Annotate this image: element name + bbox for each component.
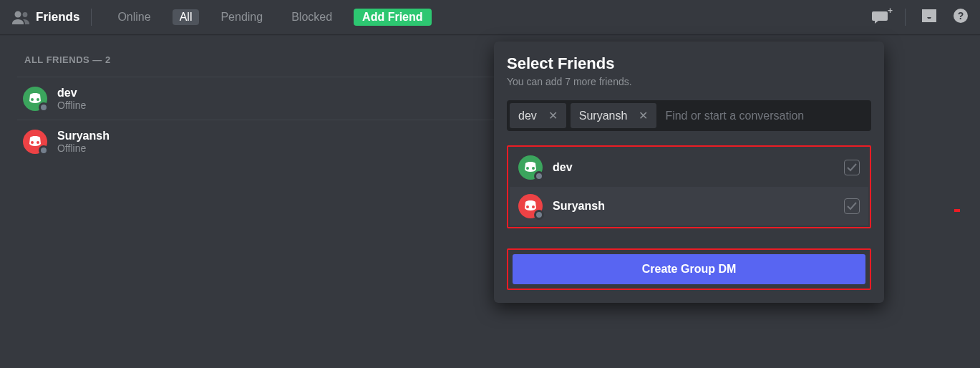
tab-blocked[interactable]: Blocked	[284, 9, 339, 25]
help-icon[interactable]: ?	[953, 8, 969, 26]
svg-text:?: ?	[958, 10, 964, 21]
friend-select-list: dev Suryansh	[507, 145, 871, 228]
friend-name: dev	[57, 86, 86, 100]
tab-pending[interactable]: Pending	[213, 9, 270, 25]
friend-name: Suryansh	[553, 200, 834, 213]
search-input[interactable]	[661, 103, 868, 128]
chip-label: Suryansh	[579, 110, 628, 122]
remove-chip-icon[interactable]: ✕	[639, 109, 648, 122]
tab-all[interactable]: All	[173, 9, 200, 25]
create-group-dm-button[interactable]: Create Group DM	[513, 254, 865, 284]
select-friends-popout: Select Friends You can add 7 more friend…	[494, 42, 884, 303]
svg-point-1	[23, 12, 28, 17]
page-title: Friends	[36, 10, 79, 24]
popout-hint: You can add 7 more friends.	[507, 76, 871, 87]
chip-label: dev	[518, 110, 537, 122]
add-friend-button[interactable]: Add Friend	[354, 9, 431, 26]
status-offline-icon	[39, 145, 49, 155]
select-checkbox[interactable]	[844, 160, 860, 175]
friend-name: dev	[553, 161, 834, 174]
friend-status: Offline	[57, 142, 110, 154]
divider	[91, 9, 92, 26]
select-checkbox[interactable]	[844, 198, 860, 214]
friend-select-row[interactable]: dev	[510, 148, 868, 187]
friend-name: Suryansh	[57, 129, 110, 142]
status-offline-icon	[534, 210, 544, 220]
friend-chip[interactable]: Suryansh ✕	[571, 103, 657, 128]
inbox-icon[interactable]	[921, 9, 937, 26]
divider	[905, 9, 906, 26]
svg-point-0	[15, 11, 21, 18]
avatar	[23, 130, 47, 154]
avatar	[518, 155, 543, 180]
remove-chip-icon[interactable]: ✕	[548, 109, 558, 122]
tab-online[interactable]: Online	[110, 9, 157, 25]
friend-status: Offline	[57, 100, 86, 111]
popout-title: Select Friends	[507, 54, 871, 73]
create-button-highlight: Create Group DM	[507, 248, 871, 290]
status-offline-icon	[534, 171, 544, 181]
annotation-mark	[954, 209, 960, 212]
friends-icon	[11, 10, 30, 24]
status-offline-icon	[39, 102, 49, 112]
friend-chip[interactable]: dev ✕	[510, 103, 566, 128]
avatar	[518, 194, 543, 218]
friend-select-row[interactable]: Suryansh	[510, 187, 868, 226]
avatar	[23, 87, 47, 111]
plus-badge: +	[888, 6, 893, 15]
new-group-dm-icon[interactable]: +	[872, 10, 889, 24]
selected-friends-input[interactable]: dev ✕ Suryansh ✕	[507, 100, 871, 131]
